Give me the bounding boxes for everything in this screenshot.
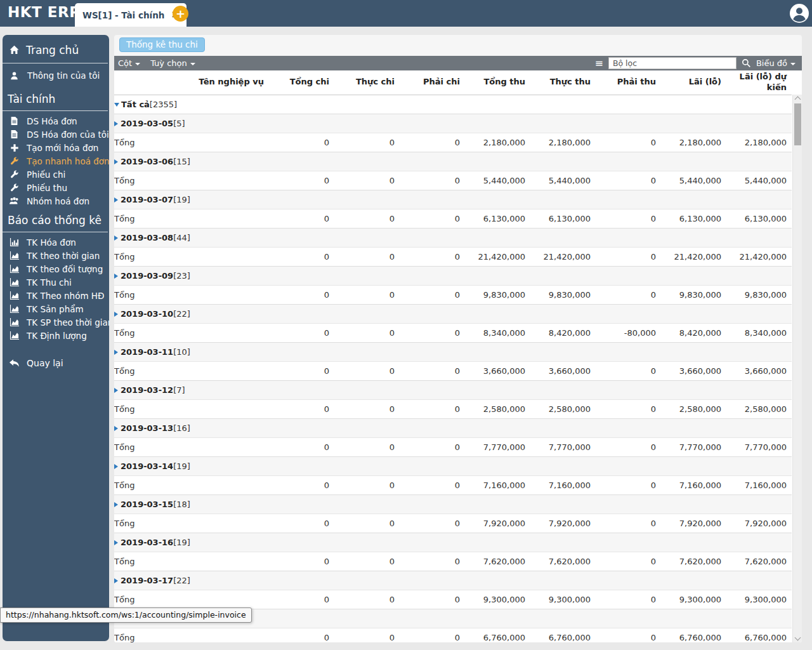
expand-triangle-icon[interactable] [114,578,118,583]
sidebar-item-home[interactable]: Trang chủ [3,39,108,63]
group-count: [19] [173,461,190,471]
bar-chart-icon [9,237,20,248]
table-header-row: Tên nghiệp vụTổng chiThực chiPhải chiTổn… [114,70,792,95]
filter-input[interactable] [608,57,737,69]
menu-icon[interactable]: ≡ [594,58,603,69]
table-row-date-group[interactable]: 2019-03-08[44] [114,228,792,247]
cell-value: 0 [334,475,400,494]
sidebar-item-profile[interactable]: Thông tin của tôi [3,65,109,86]
sidebar-item-label: TK theo đối tượng [27,264,103,274]
sidebar-item-label: TK Sản phẩm [27,304,84,314]
search-icon[interactable] [742,58,751,68]
vertical-scrollbar[interactable] [792,95,802,642]
view-badge-thong-ke-thu-chi[interactable]: Thống kê thu chi [119,37,205,52]
group-date: 2019-03-13 [121,423,173,433]
sidebar-item[interactable]: TK theo thời gian [3,249,109,262]
table-row-date-group[interactable]: 2019-03-15[18] [114,494,792,514]
table-row-date-group[interactable]: 2019-03-14[19] [114,456,792,475]
expand-triangle-icon[interactable] [114,235,118,241]
expand-triangle-icon[interactable] [114,274,118,279]
expand-triangle-icon[interactable] [114,502,118,507]
sidebar-item[interactable]: Phiếu chi [3,168,109,181]
columns-dropdown[interactable]: Cột [118,58,140,68]
cell-value: 9,300,000 [726,590,792,609]
sidebar-item[interactable]: TK Sản phẩm [3,302,109,315]
table-row-date-group[interactable]: 2019-03-16[19] [114,533,792,552]
cell-value: 3,660,000 [530,361,596,380]
cell-value: 0 [400,361,465,380]
expand-triangle-icon[interactable] [114,312,118,317]
expand-triangle-icon[interactable] [114,197,118,202]
collapse-triangle-icon[interactable] [114,103,119,107]
tab-ws1-tai-chinh[interactable]: WS[1] - Tài chính × [75,3,187,27]
table-row-date-group[interactable]: 2019-03-06[15] [114,152,792,171]
column-header[interactable]: Phải thu [596,70,661,95]
table-row-date-group[interactable]: 2019-03-10[22] [114,304,792,323]
expand-triangle-icon[interactable] [114,159,118,164]
sidebar-item[interactable]: Phiếu thu [3,181,109,194]
main-content: Thống kê thu chi Cột Tuỳ chọn ≡ Biểu đồ [114,35,802,642]
cell-value: -80,000 [596,323,661,342]
chart-dropdown[interactable]: Biểu đồ [756,58,796,68]
sidebar-item[interactable]: TK SP theo thời gian [3,315,109,329]
column-header[interactable]: Thực thu [530,70,596,95]
cell-value: 0 [269,361,334,380]
scroll-up-icon[interactable] [795,96,801,103]
cell-value: 0 [334,514,400,533]
cell-value [661,95,726,114]
cell-value [400,609,465,628]
cell-value: 0 [269,628,334,642]
column-header[interactable]: Thực chi [334,70,400,95]
scrollbar-thumb[interactable] [794,103,801,145]
column-header[interactable]: Phải chi [400,70,465,95]
table-row-date-group[interactable]: 2019-03-13[16] [114,418,792,437]
group-date: 2019-03-09 [121,271,173,281]
sidebar-item[interactable]: TK Theo nhóm HĐ [3,289,109,302]
sidebar-item[interactable]: Tạo mới hóa đơn [3,141,109,154]
expand-triangle-icon[interactable] [114,464,118,469]
cell-value: 21,420,000 [465,247,530,266]
cell-value [269,418,334,437]
user-avatar-icon[interactable] [789,3,809,23]
column-header[interactable]: Lãi (lỗ) dự kiến [726,70,792,95]
column-header[interactable]: Tổng thu [465,70,530,95]
table-row-date-group[interactable]: 2019-03-17[22] [114,571,792,590]
total-label: Tổng [114,404,134,414]
group-count: [19] [173,538,190,547]
table-row-root-group[interactable]: Tất cả[2355] [114,95,792,114]
sidebar-item[interactable]: TK Định lượng [3,329,109,342]
sidebar-item[interactable]: DS Hóa đơn của tôi [3,128,109,141]
cell-value [334,380,400,399]
file-icon [9,116,20,126]
sidebar-item[interactable]: TK Hóa đơn [3,235,109,249]
cell-value [726,228,792,247]
expand-triangle-icon[interactable] [114,350,118,355]
cell-value [596,494,661,514]
options-dropdown[interactable]: Tuỳ chọn [150,58,195,68]
expand-triangle-icon[interactable] [114,121,118,126]
sidebar-item[interactable]: DS Hóa đơn [3,114,109,128]
table-row-date-group[interactable]: 2019-03-09[23] [114,266,792,285]
table-row-date-group[interactable]: 2019-03-07[19] [114,190,792,209]
expand-triangle-icon[interactable] [114,540,118,545]
sidebar-item-label: TK Theo nhóm HĐ [27,291,104,301]
cell-value [596,418,661,437]
sidebar-item[interactable]: TK Thu chi [3,275,109,289]
column-header[interactable]: Tên nghiệp vụ [114,70,269,95]
column-header[interactable]: Lãi (lỗ) [661,70,726,95]
cell-value [596,533,661,552]
table-row-date-group[interactable]: 2019-03-11[10] [114,342,792,361]
sidebar-item-back[interactable]: Quay lại [3,355,109,371]
sidebar-item[interactable]: Tạo nhanh hoá đơn [3,154,109,168]
cell-value [334,304,400,323]
expand-triangle-icon[interactable] [114,388,118,393]
table-row-date-group[interactable]: 2019-03-12[7] [114,380,792,399]
sidebar-item[interactable]: Nhóm hoá đơn [3,194,109,208]
add-tab-button[interactable]: + [173,6,188,22]
column-header[interactable]: Tổng chi [269,70,334,95]
expand-triangle-icon[interactable] [114,426,118,431]
group-count: [2355] [150,100,177,109]
table-row-date-group[interactable]: 2019-03-05[5] [114,114,792,133]
scroll-down-icon[interactable] [795,635,801,641]
sidebar-item[interactable]: TK theo đối tượng [3,262,109,275]
